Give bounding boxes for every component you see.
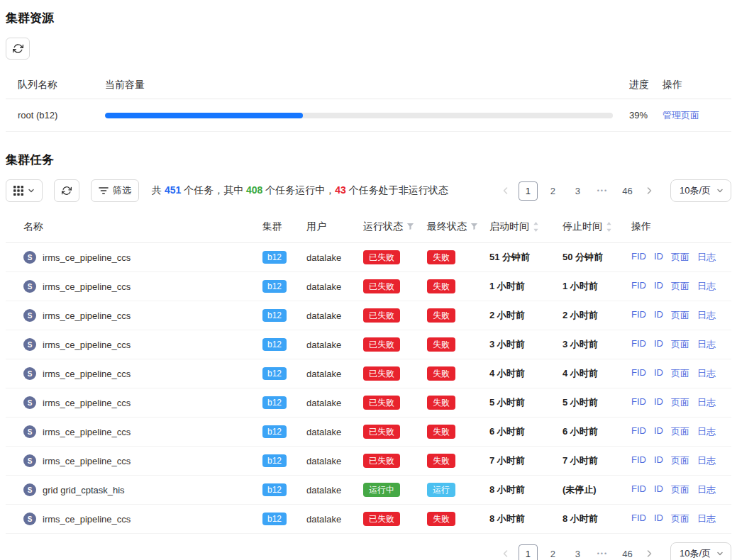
action-link-page[interactable]: 页面: [671, 280, 689, 293]
col-progress: 进度: [613, 79, 658, 91]
cluster-badge: b12: [262, 513, 287, 525]
action-link-page[interactable]: 页面: [671, 425, 689, 438]
cluster-tasks-title: 集群任务: [6, 152, 731, 168]
refresh-icon: [13, 43, 23, 54]
final-status-badge: 运行: [427, 483, 455, 497]
action-link-page[interactable]: 页面: [671, 309, 689, 322]
action-link-fid[interactable]: FID: [631, 280, 646, 293]
resources-refresh-button[interactable]: [6, 38, 30, 60]
col-stop-time[interactable]: 停止时间: [563, 220, 631, 233]
tasks-refresh-button[interactable]: [54, 179, 79, 202]
col-start-time-label: 启动时间: [489, 220, 529, 233]
stop-time: 50 分钟前: [563, 251, 631, 264]
action-link-fid[interactable]: FID: [631, 367, 646, 380]
action-link-log[interactable]: 日志: [697, 280, 716, 293]
task-name: irms_ce_pipeline_ccs: [43, 310, 131, 321]
action-link-page[interactable]: 页面: [671, 454, 689, 467]
final-status-badge: 失败: [427, 279, 455, 293]
task-avatar: S: [23, 454, 36, 467]
action-link-id[interactable]: ID: [654, 309, 663, 322]
action-link-id[interactable]: ID: [654, 483, 663, 496]
filter-funnel-icon[interactable]: [470, 223, 478, 230]
run-status-badge: 已失败: [363, 337, 400, 352]
action-link-log[interactable]: 日志: [697, 483, 716, 496]
filter-button-label: 筛选: [113, 184, 131, 197]
filter-button[interactable]: 筛选: [91, 179, 139, 202]
table-row: Sirms_ce_pipeline_ccsb12datalake已失败失败3 小…: [6, 330, 731, 359]
action-link-log[interactable]: 日志: [697, 338, 716, 351]
action-link-fid[interactable]: FID: [631, 483, 646, 496]
action-link-fid[interactable]: FID: [631, 513, 646, 525]
pager-page-46[interactable]: 46: [618, 544, 637, 560]
action-link-log[interactable]: 日志: [697, 309, 716, 322]
pager-next-button[interactable]: [640, 544, 659, 560]
col-cluster: 集群: [262, 220, 306, 233]
action-link-page[interactable]: 页面: [671, 483, 689, 496]
action-link-fid[interactable]: FID: [631, 454, 646, 467]
refresh-icon: [62, 186, 72, 196]
cluster-badge: b12: [262, 251, 287, 264]
pager-page-3[interactable]: 3: [568, 181, 587, 201]
action-link-log[interactable]: 日志: [697, 454, 716, 467]
pager-prev-button[interactable]: [497, 181, 516, 201]
action-link-id[interactable]: ID: [654, 454, 663, 467]
summary-text: 个任务运行中，: [262, 184, 335, 196]
action-link-page[interactable]: 页面: [671, 251, 689, 264]
action-link-fid[interactable]: FID: [631, 425, 646, 438]
filter-icon: [99, 186, 109, 196]
action-link-page[interactable]: 页面: [671, 396, 689, 409]
stop-time: 1 小时前: [563, 280, 631, 293]
action-link-id[interactable]: ID: [654, 338, 663, 351]
col-start-time[interactable]: 启动时间: [489, 220, 563, 233]
col-name: 名称: [23, 220, 262, 233]
manage-page-link[interactable]: 管理页面: [663, 110, 699, 121]
pager-page-2[interactable]: 2: [543, 544, 563, 560]
pager-page-2[interactable]: 2: [543, 181, 563, 201]
action-link-log[interactable]: 日志: [697, 367, 716, 380]
stop-time: 4 小时前: [563, 367, 631, 380]
cluster-badge: b12: [262, 309, 287, 322]
action-link-id[interactable]: ID: [654, 425, 663, 438]
col-user: 用户: [306, 220, 363, 233]
action-link-fid[interactable]: FID: [631, 251, 646, 264]
action-link-fid[interactable]: FID: [631, 396, 646, 409]
table-row: Sirms_ce_pipeline_ccsb12datalake已失败失败1 小…: [6, 272, 731, 301]
page-size-select[interactable]: 10条/页: [670, 179, 731, 202]
pager-page-3[interactable]: 3: [568, 544, 587, 560]
table-row: Sirms_ce_pipeline_ccsb12datalake已失败失败4 小…: [6, 359, 731, 388]
action-link-log[interactable]: 日志: [697, 513, 716, 525]
action-link-page[interactable]: 页面: [671, 338, 689, 351]
action-link-fid[interactable]: FID: [631, 309, 646, 322]
pager-prev-button[interactable]: [497, 544, 516, 560]
task-user: datalake: [306, 340, 363, 350]
action-link-log[interactable]: 日志: [697, 425, 716, 438]
pager-next-button[interactable]: [640, 181, 659, 201]
action-link-id[interactable]: ID: [654, 367, 663, 380]
chevron-down-icon: [716, 550, 724, 557]
task-user: datalake: [306, 456, 363, 466]
summary-total-count: 451: [165, 184, 181, 196]
capacity-progress-fill: [105, 113, 303, 118]
action-link-id[interactable]: ID: [654, 396, 663, 409]
table-row: Sirms_ce_pipeline_ccsb12datalake已失败失败8 小…: [6, 505, 731, 534]
pager-page-46[interactable]: 46: [618, 181, 637, 201]
run-status-badge: 已失败: [363, 512, 400, 526]
tasks-table-header: 名称 集群 用户 运行状态 最终状态 启动时间 停止时间 操作: [6, 211, 731, 243]
final-status-badge: 失败: [427, 366, 455, 381]
action-link-page[interactable]: 页面: [671, 367, 689, 380]
start-time: 3 小时前: [489, 338, 563, 351]
action-link-id[interactable]: ID: [654, 251, 663, 264]
action-link-page[interactable]: 页面: [671, 513, 689, 525]
queue-name: root (b12): [18, 110, 105, 121]
pager-page-1[interactable]: 1: [519, 544, 538, 560]
action-link-id[interactable]: ID: [654, 513, 663, 525]
filter-funnel-icon[interactable]: [406, 223, 414, 230]
action-link-id[interactable]: ID: [654, 280, 663, 293]
columns-config-button[interactable]: [6, 179, 43, 202]
pager-page-1[interactable]: 1: [519, 181, 538, 201]
action-link-fid[interactable]: FID: [631, 338, 646, 351]
action-link-log[interactable]: 日志: [697, 251, 716, 264]
run-status-badge: 已失败: [363, 308, 400, 323]
action-link-log[interactable]: 日志: [697, 396, 716, 409]
page-size-select[interactable]: 10条/页: [670, 542, 731, 560]
